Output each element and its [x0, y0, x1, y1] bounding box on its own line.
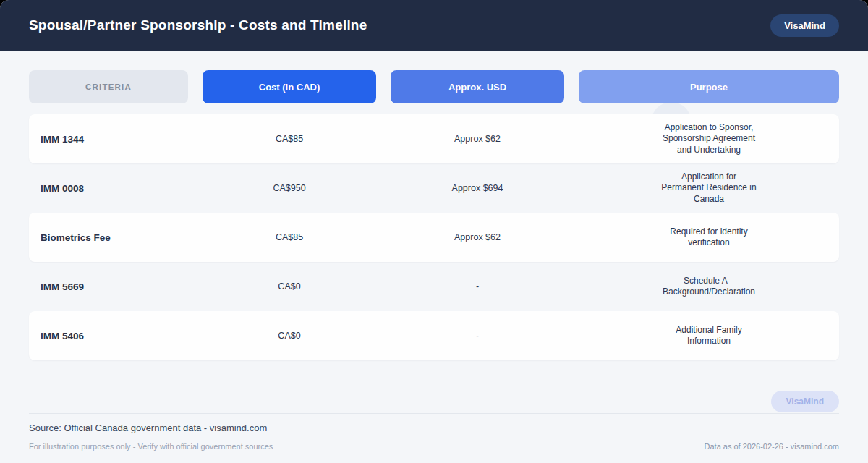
cell-approx-usd: Approx $62 — [391, 134, 564, 144]
cell-approx-usd: - — [391, 331, 564, 341]
source-text: Source: Official Canada government data … — [29, 422, 267, 433]
column-header-purpose[interactable]: Purpose — [579, 70, 839, 103]
cell-approx-usd: Approx $694 — [391, 183, 564, 193]
table-body: IMM 1344 CA$85 Approx $62 Application to… — [29, 114, 839, 360]
page-title: Spousal/Partner Sponsorship - Costs and … — [29, 17, 367, 33]
cell-criteria: IMM 1344 — [29, 134, 188, 145]
cell-criteria: Biometrics Fee — [29, 232, 188, 243]
cell-cost-cad: CA$85 — [203, 232, 376, 242]
brand-badge[interactable]: VisaMind — [770, 14, 839, 37]
cell-cost-cad: CA$950 — [203, 183, 376, 193]
page: Spousal/Partner Sponsorship - Costs and … — [0, 0, 868, 463]
data-as-of-text: Data as of 2026-02-26 - visamind.com — [705, 442, 839, 451]
cell-criteria: IMM 0008 — [29, 183, 188, 194]
disclaimer-text: For illustration purposes only - Verify … — [29, 442, 273, 451]
cell-criteria: IMM 5406 — [29, 331, 188, 341]
cell-cost-cad: CA$0 — [203, 331, 376, 341]
cell-cost-cad: CA$0 — [203, 281, 376, 292]
column-header-row: CRITERIA Cost (in CAD) Approx. USD Purpo… — [29, 70, 839, 103]
cell-approx-usd: Approx $62 — [391, 232, 564, 242]
footer-divider — [29, 413, 839, 414]
cell-purpose: Application for Permanent Residence in C… — [579, 171, 839, 205]
cell-criteria: IMM 5669 — [29, 281, 188, 292]
cell-purpose: Additional Family Information — [579, 325, 839, 347]
watermark-badge: VisaMind — [771, 391, 839, 412]
column-header-criteria[interactable]: CRITERIA — [29, 70, 188, 103]
column-header-approx-usd[interactable]: Approx. USD — [391, 70, 564, 103]
cell-purpose: Application to Sponsor, Sponsorship Agre… — [579, 122, 839, 156]
cell-purpose: Required for identity verification — [579, 226, 839, 249]
title-bar: Spousal/Partner Sponsorship - Costs and … — [0, 0, 868, 51]
table-row: IMM 1344 CA$85 Approx $62 Application to… — [29, 114, 839, 163]
cell-approx-usd: - — [391, 281, 564, 292]
table-row: IMM 0008 CA$950 Approx $694 Application … — [29, 163, 839, 213]
table-row: IMM 5406 CA$0 - Additional Family Inform… — [29, 311, 839, 360]
cell-purpose: Schedule A – Background/Declaration — [579, 276, 839, 298]
cell-cost-cad: CA$85 — [203, 134, 376, 144]
column-header-cost-cad[interactable]: Cost (in CAD) — [203, 70, 376, 103]
table-row: IMM 5669 CA$0 - Schedule A – Background/… — [29, 262, 839, 311]
table-row: Biometrics Fee CA$85 Approx $62 Required… — [29, 213, 839, 262]
